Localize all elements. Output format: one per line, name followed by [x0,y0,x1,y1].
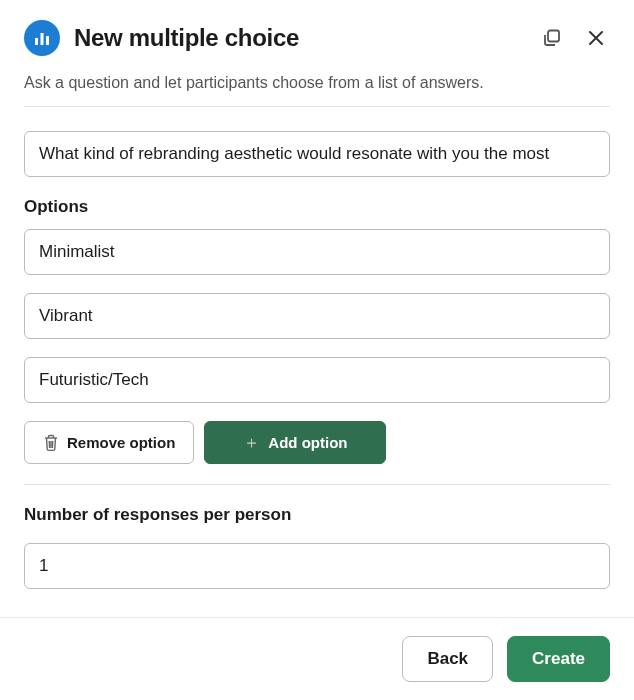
header-actions [538,24,610,52]
option-input[interactable] [24,357,610,403]
plus-icon: ＋ [243,431,260,454]
question-input[interactable] [24,131,610,177]
poll-app-icon [24,20,60,56]
new-window-icon [542,28,562,48]
modal-header: New multiple choice [0,0,634,64]
add-option-button[interactable]: ＋ Add option [204,421,386,464]
close-button[interactable] [582,24,610,52]
add-option-label: Add option [268,434,347,451]
trash-icon [43,434,59,452]
svg-rect-1 [41,33,44,45]
modal-title: New multiple choice [74,24,524,52]
option-buttons: Remove option ＋ Add option [24,421,610,485]
modal-content: Ask a question and let participants choo… [0,64,634,617]
options-list [24,229,610,403]
modal-subtitle: Ask a question and let participants choo… [24,74,610,107]
remove-option-label: Remove option [67,434,175,451]
bar-chart-icon [33,29,51,47]
option-row [24,293,610,339]
responses-section: Number of responses per person [24,505,610,589]
option-input[interactable] [24,293,610,339]
responses-label: Number of responses per person [24,505,610,525]
back-button[interactable]: Back [402,636,493,682]
svg-rect-3 [548,31,559,42]
responses-input[interactable] [24,543,610,589]
option-row [24,357,610,403]
new-window-button[interactable] [538,24,566,52]
modal-footer: Back Create [0,617,634,700]
svg-rect-2 [46,36,49,45]
option-input[interactable] [24,229,610,275]
create-button[interactable]: Create [507,636,610,682]
option-row [24,229,610,275]
options-label: Options [24,197,610,217]
new-multiple-choice-modal: New multiple choice Ask a question and l… [0,0,634,700]
remove-option-button[interactable]: Remove option [24,421,194,464]
close-icon [586,28,606,48]
svg-rect-0 [35,38,38,45]
